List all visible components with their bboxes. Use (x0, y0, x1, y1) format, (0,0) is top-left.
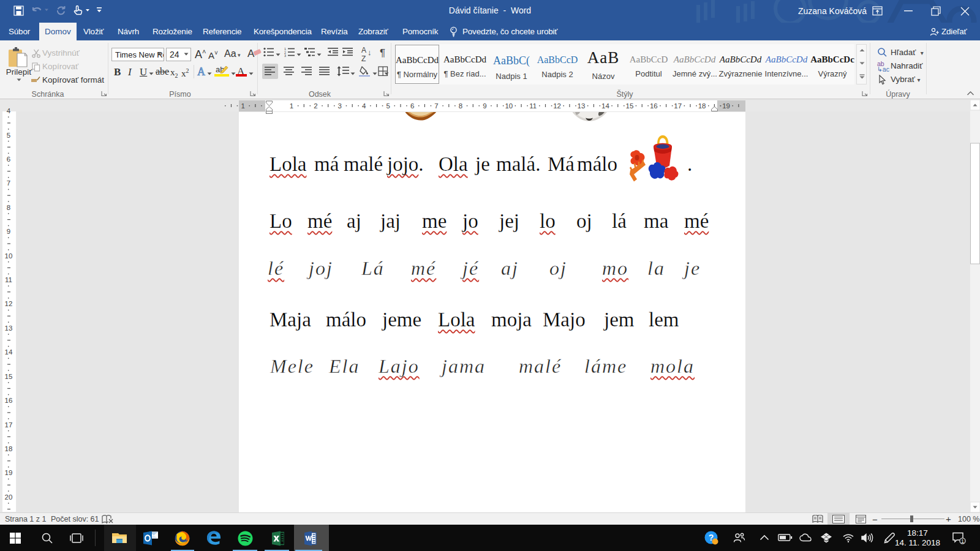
svg-text:12: 12 (553, 102, 561, 110)
svg-text:1: 1 (290, 102, 293, 110)
svg-text:19: 19 (722, 102, 730, 110)
svg-text:9: 9 (7, 228, 10, 235)
svg-text:16: 16 (650, 102, 658, 110)
svg-text:11: 11 (5, 276, 12, 283)
svg-text:18: 18 (698, 102, 706, 110)
svg-text:4: 4 (7, 107, 11, 114)
svg-text:13: 13 (578, 102, 586, 110)
svg-text:1: 1 (961, 538, 964, 544)
svg-text:7: 7 (434, 102, 438, 110)
svg-text:16: 16 (5, 397, 13, 404)
svg-text:15: 15 (5, 373, 13, 380)
svg-text:20: 20 (5, 493, 13, 501)
svg-text:15: 15 (626, 102, 634, 110)
svg-text:3: 3 (338, 102, 342, 110)
svg-text:8: 8 (7, 204, 10, 211)
svg-text:1: 1 (241, 102, 244, 110)
svg-text:12: 12 (5, 300, 13, 307)
svg-text:2: 2 (314, 102, 317, 110)
svg-text:10: 10 (505, 102, 513, 110)
svg-text:10: 10 (5, 252, 13, 260)
svg-text:9: 9 (483, 102, 486, 110)
svg-text:8: 8 (459, 102, 462, 110)
svg-text:7: 7 (7, 179, 10, 187)
svg-text:6: 6 (7, 156, 10, 163)
svg-text:17: 17 (674, 102, 682, 110)
svg-text:13: 13 (5, 324, 13, 332)
svg-text:5: 5 (386, 102, 390, 110)
svg-text:11: 11 (529, 102, 537, 110)
svg-text:18: 18 (5, 445, 13, 452)
svg-text:4: 4 (362, 102, 366, 110)
svg-text:5: 5 (7, 132, 10, 139)
svg-text:19: 19 (5, 469, 13, 476)
svg-text:14: 14 (601, 102, 609, 110)
svg-text:14: 14 (5, 348, 13, 356)
svg-text:17: 17 (5, 421, 13, 429)
svg-text:6: 6 (410, 102, 414, 110)
svg-text:3: 3 (284, 54, 286, 57)
